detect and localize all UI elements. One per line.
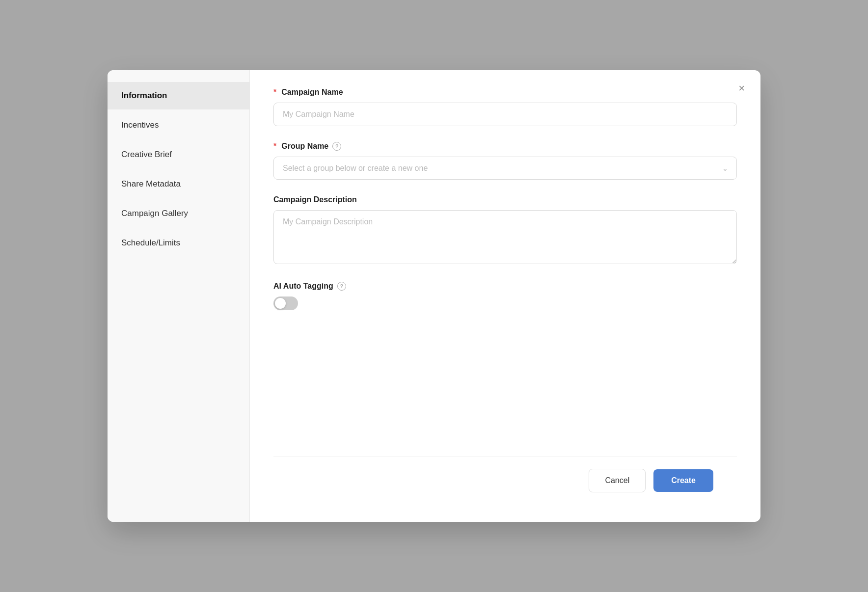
toggle-thumb	[275, 298, 286, 309]
sidebar-item-schedule-limits[interactable]: Schedule/Limits	[108, 229, 249, 257]
group-name-group: * Group Name ? Select a group below or c…	[273, 142, 737, 180]
sidebar-item-campaign-gallery[interactable]: Campaign Gallery	[108, 200, 249, 227]
sidebar-item-incentives[interactable]: Incentives	[108, 111, 249, 139]
required-star-campaign: *	[273, 88, 276, 97]
sidebar-item-share-metadata[interactable]: Share Metadata	[108, 170, 249, 198]
group-name-help-icon: ?	[332, 142, 341, 151]
ai-tagging-toggle-wrapper	[273, 296, 737, 310]
modal-dialog: × Information Incentives Creative Brief …	[108, 70, 760, 522]
campaign-name-input[interactable]	[273, 103, 737, 126]
sidebar-item-creative-brief[interactable]: Creative Brief	[108, 141, 249, 168]
modal-footer: Cancel Create	[273, 457, 737, 504]
ai-tagging-toggle[interactable]	[273, 296, 298, 310]
ai-auto-tagging-group: AI Auto Tagging ?	[273, 282, 737, 310]
ai-auto-tagging-label: AI Auto Tagging ?	[273, 282, 737, 291]
form-content: * Campaign Name * Group Name ?	[273, 88, 737, 457]
group-name-select-wrapper: Select a group below or create a new one…	[273, 157, 737, 180]
sidebar-item-information[interactable]: Information	[108, 82, 249, 109]
campaign-name-label: * Campaign Name	[273, 88, 737, 97]
group-name-label: * Group Name ?	[273, 142, 737, 151]
close-button[interactable]: ×	[736, 81, 747, 96]
modal-body: Information Incentives Creative Brief Sh…	[108, 70, 760, 522]
required-star-group: *	[273, 142, 276, 151]
ai-tagging-help-icon: ?	[337, 282, 346, 291]
sidebar: Information Incentives Creative Brief Sh…	[108, 70, 250, 522]
create-button[interactable]: Create	[653, 469, 713, 492]
main-content: * Campaign Name * Group Name ?	[250, 70, 760, 522]
campaign-description-input[interactable]	[273, 210, 737, 264]
cancel-button[interactable]: Cancel	[589, 469, 646, 492]
modal-overlay: × Information Incentives Creative Brief …	[0, 0, 868, 592]
campaign-description-group: Campaign Description	[273, 195, 737, 266]
group-name-select[interactable]: Select a group below or create a new one	[273, 157, 737, 180]
campaign-name-group: * Campaign Name	[273, 88, 737, 126]
campaign-description-label: Campaign Description	[273, 195, 737, 204]
